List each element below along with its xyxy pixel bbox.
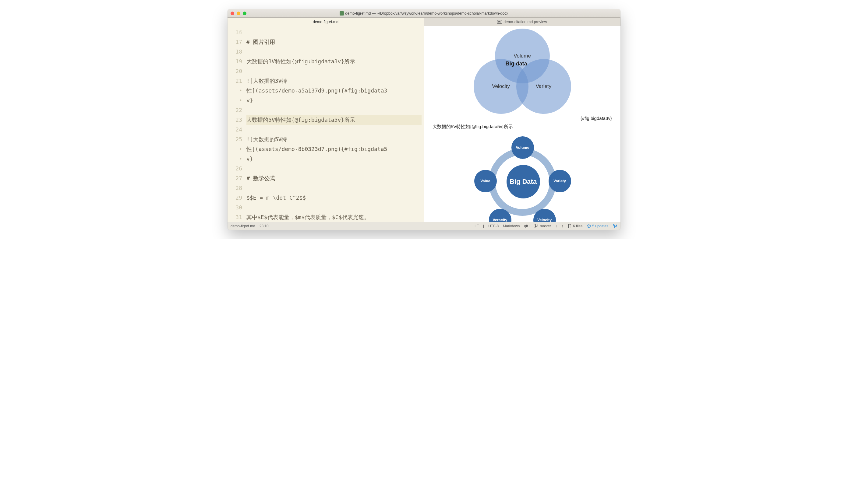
file-icon: [340, 11, 344, 16]
status-git[interactable]: git+: [524, 224, 530, 228]
squirrel-icon[interactable]: 🐿: [612, 223, 618, 229]
tabbar: demo-figref.md M↓ demo-citation.md previ…: [227, 18, 621, 26]
tab-left-label: demo-figref.md: [313, 20, 339, 24]
code-line: v}: [246, 154, 421, 164]
line-bullet: •: [229, 86, 242, 95]
code-line: ![大数据的5V特: [246, 134, 421, 144]
line-num: 18: [229, 47, 242, 57]
line-num: 25: [229, 134, 242, 144]
code-line: [246, 66, 421, 76]
code-line: [246, 47, 421, 57]
venn-center-label: Big data: [506, 60, 527, 67]
status-cursor[interactable]: 23:10: [260, 224, 269, 228]
package-icon: [587, 224, 591, 228]
wheel-node-value: Value: [474, 170, 497, 192]
line-num: 23: [229, 115, 242, 125]
wheel-diagram: Big Data Volume Variety Velocity Veracit…: [471, 133, 574, 222]
status-encoding[interactable]: UTF-8: [488, 224, 499, 228]
svg-point-3: [535, 227, 536, 228]
editor-pane[interactable]: 16 17 18 19 20 21 • • 22 23 24 25 • • 26…: [227, 26, 424, 222]
figure-tag: {#fig:bigdata3v}: [433, 116, 612, 121]
venn-diagram: Volume Velocity Variety Big data: [471, 29, 574, 114]
tab-left[interactable]: demo-figref.md: [227, 18, 424, 26]
code-area[interactable]: # 图片引用 大数据的3V特性如{@fig:bigdata3v}所示 ![大数据…: [245, 26, 424, 222]
code-line: 性](assets/demo-a5a137d9.png){#fig:bigdat…: [246, 86, 421, 95]
code-line: [246, 105, 421, 115]
line-bullet: •: [229, 144, 242, 154]
svg-point-2: [535, 224, 536, 225]
tab-right[interactable]: M↓ demo-citation.md preview: [424, 18, 621, 26]
fetch-icon[interactable]: ↓: [555, 224, 557, 228]
status-updates-text: 5 updates: [592, 224, 608, 228]
code-line: 大数据的3V特性如{@fig:bigdata3v}所示: [246, 57, 421, 66]
status-updates[interactable]: 5 updates: [587, 224, 608, 228]
line-bullet: •: [229, 95, 242, 105]
code-line: # 图片引用: [246, 37, 421, 47]
status-file[interactable]: demo-figref.md: [230, 224, 255, 228]
statusbar: demo-figref.md 23:10 LF | UTF-8 Markdown…: [227, 222, 621, 230]
code-line: 其中$E$代表能量，$m$代表质量，$C$代表光速。: [246, 213, 421, 222]
line-num: 28: [229, 183, 242, 193]
markdown-icon: M↓: [497, 20, 502, 24]
status-eol[interactable]: LF: [474, 224, 479, 228]
window-title-text: demo-figref.md — ~/Dropbox/var/wsywork/l…: [345, 11, 508, 16]
preview-pane[interactable]: Volume Velocity Variety Big data {#fig:b…: [424, 26, 621, 222]
code-line: [246, 183, 421, 193]
code-line: [246, 203, 421, 213]
status-sep: |: [483, 224, 484, 228]
tab-right-label: demo-citation.md preview: [503, 20, 547, 24]
traffic-lights: [230, 12, 246, 15]
line-num: 29: [229, 193, 242, 203]
status-lang[interactable]: Markdown: [503, 224, 520, 228]
content: 16 17 18 19 20 21 • • 22 23 24 25 • • 26…: [227, 26, 621, 222]
line-num: 24: [229, 125, 242, 134]
line-num: 16: [229, 28, 242, 37]
close-icon[interactable]: [230, 12, 234, 15]
app-window: demo-figref.md — ~/Dropbox/var/wsywork/l…: [227, 9, 621, 230]
line-num: 20: [229, 66, 242, 76]
code-line: [246, 125, 421, 134]
line-num: 22: [229, 105, 242, 115]
wheel-hub: Big Data: [506, 165, 540, 198]
line-num: 31: [229, 213, 242, 222]
zoom-icon[interactable]: [243, 12, 246, 15]
preview-text: 大数据的5V特性如{@fig:bigdata5v}所示: [433, 124, 612, 130]
svg-point-4: [537, 224, 538, 226]
code-line: [246, 28, 421, 37]
line-num: 19: [229, 57, 242, 66]
code-line: # 数学公式: [246, 174, 421, 183]
status-branch-text: master: [540, 224, 551, 228]
line-gutter: 16 17 18 19 20 21 • • 22 23 24 25 • • 26…: [227, 26, 245, 222]
wheel-node-volume: Volume: [512, 136, 534, 159]
line-bullet: •: [229, 154, 242, 164]
status-files[interactable]: 6 files: [568, 224, 583, 228]
code-line: v}: [246, 95, 421, 105]
line-num: 17: [229, 37, 242, 47]
line-num: 27: [229, 174, 242, 183]
code-line: $$E = m \dot C^2$$: [246, 193, 421, 203]
window-title: demo-figref.md — ~/Dropbox/var/wsywork/l…: [227, 11, 621, 16]
file-icon: [568, 224, 572, 228]
status-branch[interactable]: master: [534, 224, 551, 228]
status-files-text: 6 files: [573, 224, 583, 228]
minimize-icon[interactable]: [237, 12, 240, 15]
line-num: 21: [229, 76, 242, 86]
titlebar: demo-figref.md — ~/Dropbox/var/wsywork/l…: [227, 9, 621, 18]
code-line: ![大数据的3V特: [246, 76, 421, 86]
venn-circle-variety: Variety: [516, 59, 571, 114]
wheel-node-variety: Variety: [549, 170, 571, 192]
push-icon[interactable]: ↑: [561, 224, 563, 228]
line-num: 30: [229, 203, 242, 213]
code-line: 性](assets/demo-8b0323d7.png){#fig:bigdat…: [246, 144, 421, 154]
code-line: [246, 164, 421, 174]
branch-icon: [534, 224, 538, 228]
line-num: 26: [229, 164, 242, 174]
code-line: 大数据的5V特性如{@fig:bigdata5v}所示: [246, 115, 421, 125]
